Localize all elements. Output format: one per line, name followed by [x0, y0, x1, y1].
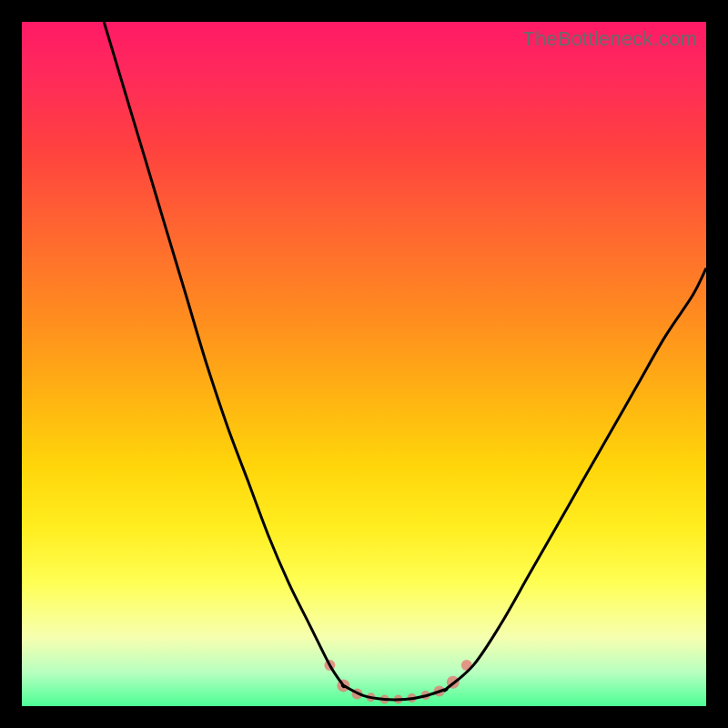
bottleneck-curve: [104, 22, 706, 700]
chart-frame: TheBottleneck.com: [0, 0, 728, 728]
plot-area: TheBottleneck.com: [22, 22, 706, 706]
marker-group: [324, 660, 471, 704]
curve-layer: [22, 22, 706, 706]
